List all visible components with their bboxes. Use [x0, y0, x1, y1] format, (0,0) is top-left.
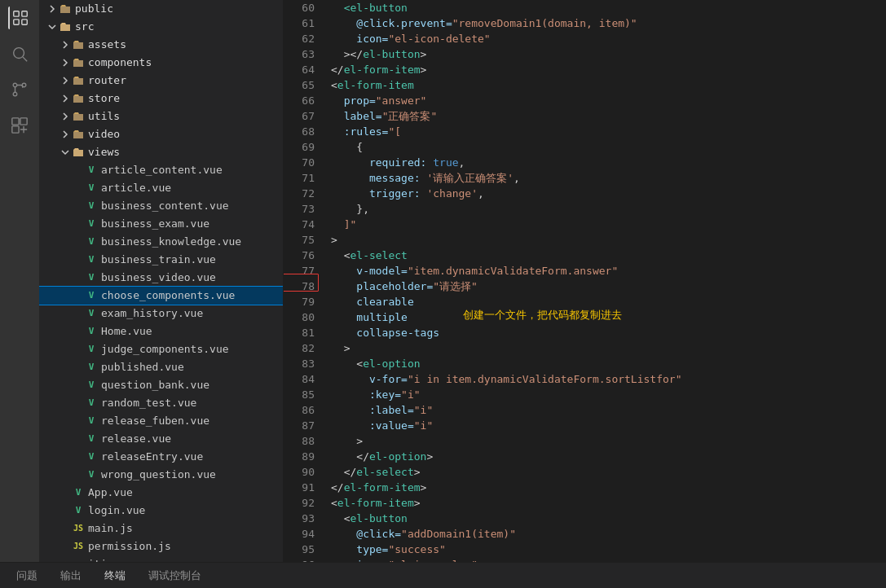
- tree-item-utils[interactable]: utils: [39, 108, 283, 125]
- tree-item-business_train[interactable]: Vbusiness_train.vue: [39, 251, 283, 269]
- svg-rect-2: [14, 20, 19, 24]
- tree-item-business_exam[interactable]: Vbusiness_exam.vue: [39, 215, 283, 233]
- tree-item-release_fuben[interactable]: Vrelease_fuben.vue: [39, 412, 283, 430]
- tree-item-article_content[interactable]: Varticle_content.vue: [39, 161, 283, 179]
- line-number-70: 70: [300, 155, 315, 170]
- code-line-77: v-model="item.dynamicValidateForm.answer…: [331, 263, 886, 279]
- tree-label-router: router: [88, 72, 283, 90]
- line-number-64: 64: [300, 62, 315, 77]
- tree-label-releaseEntry: releaseEntry.vue: [101, 448, 283, 466]
- svg-rect-3: [22, 20, 27, 24]
- folder-icon-video: [72, 128, 85, 141]
- tree-item-gitignore[interactable]: ◈.gitignore: [39, 555, 283, 562]
- tree-item-components[interactable]: components: [39, 54, 283, 72]
- tree-item-video[interactable]: video: [39, 125, 283, 143]
- line-number-87: 87: [300, 418, 315, 433]
- activity-bar: [0, 0, 39, 562]
- tree-item-permission[interactable]: JSpermission.js: [39, 538, 283, 555]
- tree-item-article[interactable]: Varticle.vue: [39, 179, 283, 197]
- tree-label-assets: assets: [88, 36, 283, 54]
- tree-label-exam_history: exam_history.vue: [101, 305, 283, 323]
- tree-label-utils: utils: [88, 108, 283, 125]
- line-number-95: 95: [300, 542, 315, 557]
- code-line-96: icon="el-icon-plus": [331, 557, 886, 562]
- code-line-62: icon="el-icon-delete": [331, 31, 886, 46]
- tree-item-public[interactable]: public: [39, 0, 283, 18]
- file-icon-release_fuben: V: [85, 415, 98, 428]
- code-line-79: clearable: [331, 294, 886, 309]
- tree-item-store[interactable]: store: [39, 90, 283, 108]
- folder-arrow-assets: [59, 38, 72, 51]
- file-icon-choose_components: V: [85, 289, 98, 302]
- tree-item-exam_history[interactable]: Vexam_history.vue: [39, 305, 283, 323]
- code-line-74: ]": [331, 217, 886, 232]
- folder-icon-utils: [72, 110, 85, 123]
- panel-tab-output[interactable]: 输出: [51, 563, 91, 588]
- panel-tab-problems[interactable]: 问题: [7, 563, 47, 588]
- tree-item-choose_components[interactable]: Vchoose_components.vue: [39, 287, 283, 305]
- code-line-82: >: [331, 340, 886, 356]
- code-line-88: >: [331, 433, 886, 449]
- code-content[interactable]: 6061626364656667686970717273747576777879…: [284, 0, 886, 562]
- code-line-90: </el-select>: [331, 464, 886, 480]
- file-icon-wrong_question: V: [85, 468, 98, 481]
- tree-item-login[interactable]: Vlogin.vue: [39, 502, 283, 520]
- tree-item-App[interactable]: VApp.vue: [39, 484, 283, 502]
- source-control-activity-icon[interactable]: [8, 78, 31, 101]
- code-line-67: label="正确答案": [331, 108, 886, 124]
- tree-item-main[interactable]: JSmain.js: [39, 520, 283, 538]
- tree-item-wrong_question[interactable]: Vwrong_question.vue: [39, 466, 283, 484]
- code-line-87: :value="i": [331, 418, 886, 433]
- tree-item-assets[interactable]: assets: [39, 36, 283, 54]
- tree-item-releaseEntry[interactable]: VreleaseEntry.vue: [39, 448, 283, 466]
- folder-arrow-public: [46, 2, 59, 15]
- tree-item-business_video[interactable]: Vbusiness_video.vue: [39, 269, 283, 287]
- tree-item-views[interactable]: views: [39, 143, 283, 161]
- tree-item-business_content[interactable]: Vbusiness_content.vue: [39, 197, 283, 215]
- line-number-94: 94: [300, 526, 315, 542]
- code-line-76: <el-select: [331, 248, 886, 263]
- code-lines: <el-button @click.prevent="removeDomain1…: [324, 0, 886, 562]
- svg-rect-10: [20, 118, 27, 125]
- file-icon-question_bank: V: [85, 379, 98, 392]
- tree-item-src[interactable]: src: [39, 18, 283, 36]
- code-line-64: </el-form-item>: [331, 62, 886, 77]
- tree-label-views: views: [88, 143, 283, 161]
- tree-item-question_bank[interactable]: Vquestion_bank.vue: [39, 376, 283, 394]
- explorer-activity-icon[interactable]: [8, 7, 31, 29]
- folder-icon-assets: [72, 38, 85, 51]
- code-line-81: collapse-tags: [331, 325, 886, 340]
- folder-icon-public: [59, 2, 72, 15]
- line-number-79: 79: [300, 294, 315, 309]
- code-line-72: trigger: 'change',: [331, 186, 886, 201]
- tree-item-business_knowledge[interactable]: Vbusiness_knowledge.vue: [39, 233, 283, 251]
- line-number-66: 66: [300, 93, 315, 108]
- tree-label-wrong_question: wrong_question.vue: [101, 466, 283, 484]
- extensions-activity-icon[interactable]: [8, 114, 31, 137]
- tree-item-published[interactable]: Vpublished.vue: [39, 358, 283, 376]
- search-activity-icon[interactable]: [8, 42, 31, 65]
- file-icon-business_train: V: [85, 253, 98, 266]
- tree-item-release[interactable]: Vrelease.vue: [39, 430, 283, 448]
- folder-icon-router: [72, 74, 85, 87]
- code-line-94: @click="addDomain1(item)": [331, 526, 886, 542]
- tree-item-random_test[interactable]: Vrandom_test.vue: [39, 394, 283, 412]
- tree-item-Home[interactable]: VHome.vue: [39, 323, 283, 340]
- tree-label-components: components: [88, 54, 283, 72]
- tree-item-judge_components[interactable]: Vjudge_components.vue: [39, 340, 283, 358]
- line-number-86: 86: [300, 402, 315, 418]
- code-line-86: :label="i": [331, 402, 886, 418]
- code-line-78: placeholder="请选择": [331, 279, 886, 294]
- tree-label-article_content: article_content.vue: [101, 161, 283, 179]
- svg-point-6: [13, 83, 17, 87]
- code-line-66: prop="answer": [331, 93, 886, 108]
- panel-tab-debugConsole[interactable]: 调试控制台: [139, 563, 211, 588]
- panel-tab-terminal[interactable]: 终端: [95, 563, 135, 588]
- file-icon-article_content: V: [85, 164, 98, 177]
- line-number-60: 60: [300, 0, 315, 15]
- file-icon-published: V: [85, 361, 98, 374]
- folder-arrow-utils: [59, 110, 72, 123]
- tree-item-router[interactable]: router: [39, 72, 283, 90]
- code-line-61: @click.prevent="removeDomain1(domain, it…: [331, 15, 886, 31]
- file-icon-exam_history: V: [85, 307, 98, 320]
